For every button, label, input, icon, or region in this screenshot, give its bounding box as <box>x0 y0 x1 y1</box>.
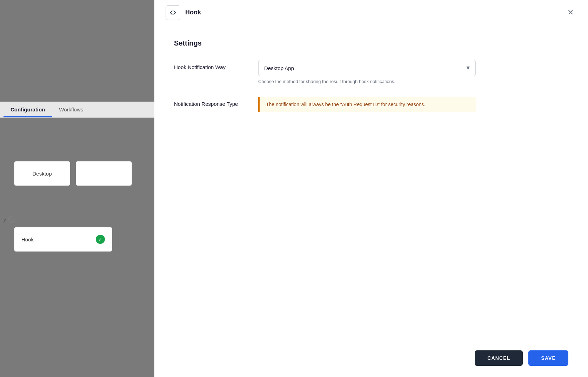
cancel-button[interactable]: CANCEL <box>475 350 523 366</box>
notification-response-type-control: The notification will always be the "Aut… <box>258 97 568 112</box>
save-button[interactable]: SAVE <box>528 350 568 366</box>
bg-card-desktop: Desktop <box>14 161 70 186</box>
panel-title: Hook <box>185 9 201 16</box>
settings-panel: Hook ✕ Settings Hook Notification Way De… <box>154 0 588 377</box>
hook-notification-way-row: Hook Notification Way Desktop App Email … <box>174 60 568 84</box>
bg-label-row: y i <box>4 217 14 223</box>
code-icon <box>169 9 176 16</box>
info-icon: i <box>8 217 14 223</box>
bg-tab-workflows: Workflows <box>52 102 90 117</box>
warning-box: The notification will always be the "Aut… <box>258 97 476 112</box>
close-button[interactable]: ✕ <box>564 6 577 19</box>
code-icon-button[interactable] <box>166 5 180 20</box>
notification-way-select[interactable]: Desktop App Email SMS Push <box>258 60 476 76</box>
notification-way-select-wrapper: Desktop App Email SMS Push ▼ <box>258 60 476 76</box>
bg-card-hook: Hook ✓ <box>14 227 112 252</box>
bg-cards-row2: Hook ✓ <box>14 227 112 252</box>
notification-way-hint: Choose the method for sharing the result… <box>258 79 568 84</box>
panel-header: Hook ✕ <box>154 0 588 25</box>
bg-tab-configuration: Configuration <box>4 102 52 117</box>
hook-notification-way-control: Desktop App Email SMS Push ▼ Choose the … <box>258 60 568 84</box>
bg-cards-row1: Desktop <box>14 161 132 186</box>
bg-card-placeholder <box>76 161 132 186</box>
notification-response-type-label: Notification Response Type <box>174 97 258 108</box>
check-badge: ✓ <box>96 235 105 244</box>
panel-body: Settings Hook Notification Way Desktop A… <box>154 25 588 339</box>
notification-response-type-row: Notification Response Type The notificat… <box>174 97 568 112</box>
settings-title: Settings <box>174 39 568 47</box>
panel-header-left: Hook <box>166 5 201 20</box>
panel-footer: CANCEL SAVE <box>154 339 588 377</box>
background-content: Configuration Workflows Desktop y i Hook… <box>0 0 154 377</box>
background-tabs: Configuration Workflows <box>0 102 154 118</box>
hook-notification-way-label: Hook Notification Way <box>174 60 258 71</box>
